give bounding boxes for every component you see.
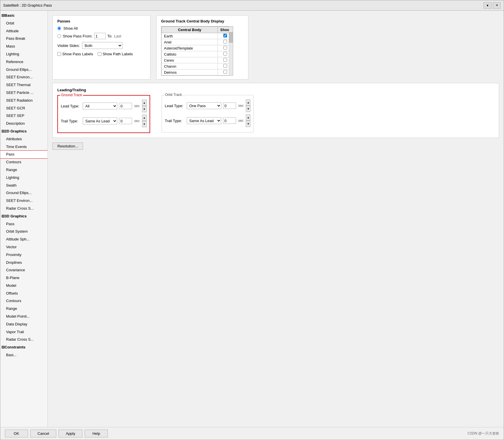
- body-ceres: Ceres: [162, 57, 218, 63]
- show-path-labels-checkbox[interactable]: [98, 52, 101, 56]
- ground-trail-type-label: Trail Type:: [61, 119, 81, 123]
- sidebar-item-model[interactable]: Model: [0, 282, 48, 290]
- ground-trail-up-btn[interactable]: ▲: [142, 115, 147, 121]
- sidebar-item-description[interactable]: Description: [0, 120, 48, 128]
- show-pass-from-label: Show Pass From:: [63, 34, 93, 38]
- show-deimos-checkbox[interactable]: [223, 70, 227, 74]
- show-pass-from-radio[interactable]: [57, 34, 61, 38]
- sidebar-item-lighting[interactable]: Lighting: [0, 50, 48, 58]
- sidebar-item-contours-2d[interactable]: Contours: [0, 158, 48, 166]
- ground-lead-up-btn[interactable]: ▲: [142, 100, 147, 106]
- sidebar-item-seet-thermal[interactable]: SEET Thermal: [0, 81, 48, 89]
- sidebar-item-orbit[interactable]: Orbit: [0, 20, 48, 27]
- cancel-button[interactable]: Cancel: [30, 430, 56, 437]
- sidebar-item-time-events[interactable]: Time Events: [0, 143, 48, 151]
- close-button[interactable]: ✕: [493, 2, 501, 9]
- sidebar-item-attitude[interactable]: Attitude: [0, 27, 48, 35]
- pass-from-input[interactable]: [94, 33, 106, 39]
- sidebar-item-model-pointi[interactable]: Model Pointi...: [0, 313, 48, 320]
- leading-trailing-title: Leading/Trailing: [57, 88, 494, 92]
- sidebar-item-swath-2d[interactable]: Swath: [0, 182, 48, 189]
- sidebar-item-vector[interactable]: Vector: [0, 243, 48, 251]
- table-row: AsteroidTemplate: [162, 45, 233, 51]
- body-deimos: Deimos: [162, 69, 218, 75]
- orbit-lead-up-btn[interactable]: ▲: [246, 99, 250, 106]
- sidebar-group-basic[interactable]: ⊟Basic: [0, 12, 48, 20]
- sidebar-item-seet-environ-2d[interactable]: SEET Environ...: [0, 197, 48, 205]
- sidebar-item-seet-environ[interactable]: SEET Environ...: [0, 73, 48, 81]
- sidebar-item-seet-sep[interactable]: SEET SEP: [0, 112, 48, 120]
- sidebar-item-offsets[interactable]: Offsets: [0, 290, 48, 297]
- ground-trail-sec-input[interactable]: [119, 118, 132, 124]
- ground-lead-type-label: Lead Type:: [61, 104, 81, 108]
- ground-trail-down-btn[interactable]: ▼: [142, 121, 147, 127]
- orbit-lead-sec-input[interactable]: [223, 103, 236, 109]
- show-pass-from-row: Show Pass From: To: Last: [57, 33, 146, 39]
- show-pass-labels-text: Show Pass Labels: [62, 52, 93, 56]
- orbit-lead-type-dropdown[interactable]: One Pass All None: [187, 102, 221, 109]
- sidebar-item-radar-cross-2d[interactable]: Radar Cross S...: [0, 205, 48, 213]
- sidebar-item-radar-cross-3d[interactable]: Radar Cross S...: [0, 336, 48, 344]
- sidebar-group-constraints[interactable]: ⊟Constraints: [0, 344, 48, 351]
- show-pass-labels-checkbox[interactable]: [57, 52, 61, 56]
- sidebar-item-range-2d[interactable]: Range: [0, 166, 48, 174]
- sidebar-item-ground-ellips-2d[interactable]: Ground Ellips...: [0, 189, 48, 197]
- ground-trail-sec-unit: sec: [134, 119, 140, 123]
- sidebar-item-pass-break[interactable]: Pass Break: [0, 35, 48, 43]
- sidebar-item-range-3d[interactable]: Range: [0, 305, 48, 313]
- orbit-trail-type-dropdown[interactable]: Same As Lead One Pass All None: [187, 117, 221, 124]
- show-ariel-checkbox[interactable]: [223, 40, 227, 43]
- show-all-radio[interactable]: [57, 26, 61, 30]
- show-ceres-checkbox[interactable]: [223, 58, 227, 62]
- orbit-trail-up-btn[interactable]: ▲: [246, 114, 250, 121]
- resolution-button[interactable]: Resolution...: [52, 143, 83, 150]
- resolution-row: Resolution...: [52, 143, 499, 150]
- show-charon-checkbox[interactable]: [223, 64, 227, 68]
- sidebar-item-reference[interactable]: Reference: [0, 58, 48, 66]
- watermark: CSDN @一只大老铁: [467, 431, 499, 436]
- sidebar-item-basic-constraints[interactable]: Basi...: [0, 351, 48, 359]
- sidebar-item-seet-radiation[interactable]: SEET Radiation: [0, 97, 48, 105]
- sidebar-item-ground-ellips[interactable]: Ground Ellips...: [0, 66, 48, 74]
- sidebar-item-vapor-trail[interactable]: Vapor Trail: [0, 328, 48, 336]
- orbit-trail-sec-input[interactable]: [223, 117, 236, 124]
- sidebar-item-attributes[interactable]: Attributes: [0, 135, 48, 143]
- show-callisto-checkbox[interactable]: [223, 52, 227, 56]
- scrollbar-track[interactable]: [229, 26, 233, 75]
- sidebar-item-covariance[interactable]: Covariance: [0, 266, 48, 274]
- ground-lead-sec-input[interactable]: [119, 103, 132, 109]
- passes-title: Passes: [57, 19, 146, 23]
- show-path-labels-text: Show Path Labels: [103, 52, 133, 56]
- scrollbar-thumb[interactable]: [229, 32, 233, 43]
- help-button[interactable]: Help: [85, 430, 108, 437]
- sidebar-item-lighting-2d[interactable]: Lighting: [0, 174, 48, 182]
- ground-lead-down-btn[interactable]: ▼: [142, 106, 147, 112]
- sidebar-item-seet-particle[interactable]: SEET Particle ...: [0, 89, 48, 97]
- orbit-lead-down-btn[interactable]: ▼: [246, 106, 250, 112]
- show-earth-checkbox[interactable]: [223, 34, 227, 37]
- show-asteroid-checkbox[interactable]: [223, 46, 227, 50]
- sidebar-item-orbit-system[interactable]: Orbit System: [0, 228, 48, 236]
- sidebar-item-seet-gcr[interactable]: SEET GCR: [0, 105, 48, 112]
- sidebar-item-attitude-sph[interactable]: Attitude Sph...: [0, 236, 48, 243]
- apply-button[interactable]: Apply: [58, 430, 82, 437]
- visible-sides-dropdown[interactable]: Both Lead Only Trail Only: [82, 42, 122, 49]
- show-pass-labels-checkbox-label[interactable]: Show Pass Labels: [57, 52, 93, 56]
- sidebar-group-2d-graphics[interactable]: ⊟2D Graphics: [0, 128, 48, 135]
- ground-trail-type-dropdown[interactable]: Same As Lead All One Pass None: [83, 117, 117, 124]
- sidebar-item-contours-3d[interactable]: Contours: [0, 297, 48, 305]
- sidebar-item-mass[interactable]: Mass: [0, 43, 48, 50]
- sidebar-item-data-display[interactable]: Data Display: [0, 320, 48, 328]
- sidebar-group-3d-graphics[interactable]: ⊟3D Graphics: [0, 213, 48, 220]
- show-path-labels-checkbox-label[interactable]: Show Path Labels: [98, 52, 133, 56]
- sidebar-item-droplines[interactable]: Droplines: [0, 259, 48, 267]
- ok-button[interactable]: OK: [5, 430, 28, 437]
- sidebar-item-pass-3d[interactable]: Pass: [0, 220, 48, 228]
- ground-track-panel: Ground Track Lead Type: All One Pass Non…: [57, 95, 150, 133]
- sidebar-item-pass[interactable]: Pass: [0, 151, 48, 158]
- ground-lead-type-dropdown[interactable]: All One Pass None: [83, 103, 117, 109]
- sidebar-item-proximity[interactable]: Proximity: [0, 251, 48, 259]
- orbit-trail-down-btn[interactable]: ▼: [246, 121, 250, 127]
- sidebar-item-b-plane[interactable]: B-Plane: [0, 274, 48, 282]
- dropdown-button[interactable]: ▼: [484, 2, 492, 9]
